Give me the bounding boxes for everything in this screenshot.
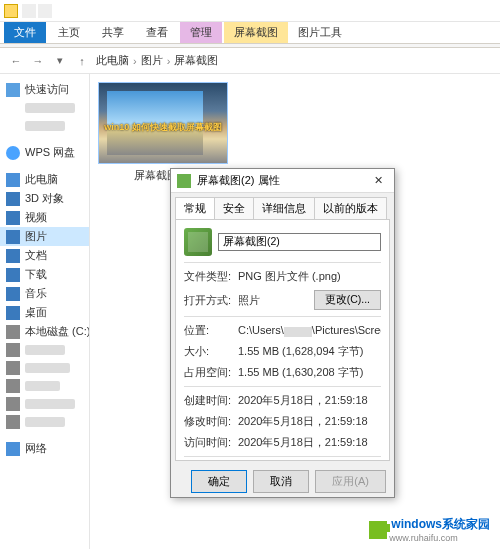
address-bar: ← → ▾ ↑ 此电脑› 图片› 屏幕截图 [0,48,500,74]
breadcrumb-part[interactable]: 图片 [141,53,163,68]
pc-icon [6,173,20,187]
tab-view[interactable]: 查看 [136,22,178,43]
sidebar-pictures[interactable]: 图片 [0,227,89,246]
download-icon [6,268,20,282]
value-size-on-disk: 1.55 MB (1,630,208 字节) [238,365,381,380]
desktop-icon [6,306,20,320]
star-icon [6,83,20,97]
drive-icon [6,325,20,339]
tab-home[interactable]: 主页 [48,22,90,43]
label-open-with: 打开方式: [184,293,232,308]
tab-file[interactable]: 文件 [4,22,46,43]
sidebar-item[interactable] [0,395,89,413]
close-icon[interactable]: ✕ [368,174,388,187]
file-icon [177,174,191,188]
watermark-text: windows系统家园 [391,516,490,533]
sidebar-music[interactable]: 音乐 [0,284,89,303]
tab-security[interactable]: 安全 [214,197,254,219]
sidebar-item[interactable] [0,99,89,117]
label-size: 大小: [184,344,232,359]
label-file-type: 文件类型: [184,269,232,284]
breadcrumb-part[interactable]: 屏幕截图 [174,53,218,68]
sidebar-network[interactable]: 网络 [0,439,89,458]
qat [22,4,52,18]
nav-back-icon[interactable]: ← [8,53,24,69]
apply-button[interactable]: 应用(A) [315,470,386,493]
folder-icon [4,4,18,18]
label-accessed: 访问时间: [184,435,232,450]
change-button[interactable]: 更改(C)... [314,290,381,310]
sidebar-3d[interactable]: 3D 对象 [0,189,89,208]
network-icon [6,442,20,456]
label-size-on-disk: 占用空间: [184,365,232,380]
nav-sidebar: 快速访问 WPS 网盘 此电脑 3D 对象 视频 图片 文档 下载 音乐 桌面 … [0,74,90,549]
dialog-footer: 确定 取消 应用(A) [171,465,394,497]
label-modified: 修改时间: [184,414,232,429]
value-size: 1.55 MB (1,628,094 字节) [238,344,381,359]
file-type-icon [184,228,212,256]
pictures-icon [6,230,20,244]
breadcrumb[interactable]: 此电脑› 图片› 屏幕截图 [96,53,492,68]
window-titlebar [0,0,500,22]
thumbnail-image: win10 如何快速截取屏幕截图 [98,82,228,164]
video-icon [6,211,20,225]
value-file-type: PNG 图片文件 (.png) [238,269,381,284]
document-icon [6,249,20,263]
ribbon-tabs: 文件 主页 共享 查看 管理 屏幕截图 图片工具 [0,22,500,44]
sidebar-item[interactable] [0,341,89,359]
ok-button[interactable]: 确定 [191,470,247,493]
sidebar-downloads[interactable]: 下载 [0,265,89,284]
sidebar-cdrive[interactable]: 本地磁盘 (C:) [0,322,89,341]
properties-dialog: 屏幕截图(2) 属性 ✕ 常规 安全 详细信息 以前的版本 文件类型:PNG 图… [170,168,395,498]
nav-up-icon[interactable]: ↑ [74,53,90,69]
dialog-tabs: 常规 安全 详细信息 以前的版本 [171,193,394,219]
sidebar-item[interactable] [0,413,89,431]
tab-details[interactable]: 详细信息 [253,197,315,219]
sidebar-item[interactable] [0,377,89,395]
tab-general[interactable]: 常规 [175,197,215,219]
sidebar-desktop[interactable]: 桌面 [0,303,89,322]
tab-previous[interactable]: 以前的版本 [314,197,387,219]
label-created: 创建时间: [184,393,232,408]
dialog-title: 屏幕截图(2) 属性 [197,173,280,188]
sidebar-wps[interactable]: WPS 网盘 [0,143,89,162]
cancel-button[interactable]: 取消 [253,470,309,493]
cloud-icon [6,146,20,160]
sidebar-item[interactable] [0,117,89,135]
sidebar-item[interactable] [0,359,89,377]
dialog-body: 文件类型:PNG 图片文件 (.png) 打开方式:照片更改(C)... 位置:… [175,219,390,461]
tab-picture-tools[interactable]: 图片工具 [288,22,352,43]
nav-history-icon[interactable]: ▾ [52,53,68,69]
sidebar-this-pc[interactable]: 此电脑 [0,170,89,189]
watermark-logo-icon [369,521,387,539]
sidebar-quick-access[interactable]: 快速访问 [0,80,89,99]
tab-context-label: 屏幕截图 [224,22,288,43]
music-icon [6,287,20,301]
breadcrumb-part[interactable]: 此电脑 [96,53,129,68]
value-created: 2020年5月18日，21:59:18 [238,393,381,408]
nav-forward-icon[interactable]: → [30,53,46,69]
value-accessed: 2020年5月18日，21:59:18 [238,435,381,450]
filename-input[interactable] [218,233,381,251]
qat-icon[interactable] [38,4,52,18]
cube-icon [6,192,20,206]
value-open-with: 照片 [238,293,308,308]
value-location: C:\Users\\Pictures\Screenshots [238,324,381,336]
watermark: windows系统家园 www.ruhaifu.com [363,514,496,545]
label-location: 位置: [184,323,232,338]
value-modified: 2020年5月18日，21:59:18 [238,414,381,429]
sidebar-video[interactable]: 视频 [0,208,89,227]
watermark-url: www.ruhaifu.com [389,533,490,543]
qat-icon[interactable] [22,4,36,18]
thumbnail-overlay-text: win10 如何快速截取屏幕截图 [99,121,227,134]
dialog-titlebar[interactable]: 屏幕截图(2) 属性 ✕ [171,169,394,193]
tab-share[interactable]: 共享 [92,22,134,43]
sidebar-docs[interactable]: 文档 [0,246,89,265]
tab-manage[interactable]: 管理 [180,22,222,43]
